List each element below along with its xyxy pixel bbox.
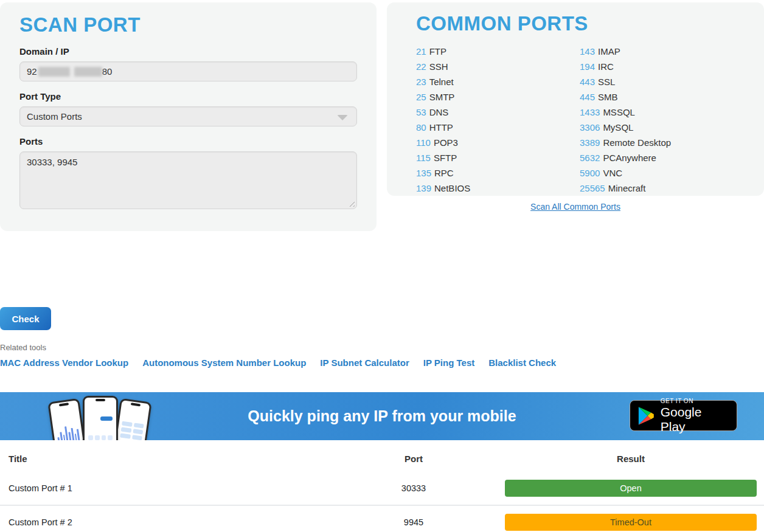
common-port-item[interactable]: 25SMTP — [416, 89, 580, 105]
port-name: VNC — [603, 168, 622, 178]
status-badge-timed-out: Timed-Out — [505, 514, 757, 531]
port-name: POP3 — [434, 137, 458, 148]
port-type-select[interactable]: Custom Ports — [19, 106, 357, 126]
common-ports-column-2: 143IMAP 194IRC 443SSL 445SMB 1433MSSQL 3… — [580, 44, 671, 196]
google-play-badge[interactable]: GET IT ON Google Play — [630, 400, 737, 431]
common-port-item[interactable]: 53DNS — [416, 105, 580, 120]
common-port-item[interactable]: 445SMB — [580, 89, 671, 105]
port-number-link[interactable]: 23 — [416, 77, 426, 87]
row-port: 30333 — [341, 475, 487, 501]
mobile-app-banner: Quickly ping any IP from your mobile GET… — [0, 392, 764, 440]
google-play-triangle-icon — [637, 406, 655, 426]
port-name: MySQL — [603, 122, 633, 133]
port-number-link[interactable]: 21 — [416, 46, 426, 57]
port-number-link[interactable]: 5900 — [580, 168, 600, 178]
port-name: PCAnywhere — [603, 153, 656, 163]
port-name: SFTP — [434, 153, 457, 163]
port-number-link[interactable]: 25 — [416, 92, 426, 102]
port-number-link[interactable]: 80 — [416, 122, 426, 133]
row-title: Custom Port # 2 — [0, 510, 341, 532]
header-result: Result — [487, 446, 764, 472]
port-number-link[interactable]: 3389 — [580, 137, 600, 148]
google-play-text: GET IT ON Google Play — [661, 398, 729, 434]
status-badge-open: Open — [505, 480, 757, 497]
header-title: Title — [0, 446, 341, 472]
port-number-link[interactable]: 53 — [416, 107, 426, 117]
row-title: Custom Port # 1 — [0, 475, 341, 501]
phone-mockup-icon — [112, 398, 151, 440]
common-port-item[interactable]: 194IRC — [580, 59, 671, 74]
results-table-header: Title Port Result — [0, 446, 764, 472]
common-port-item[interactable]: 21FTP — [416, 44, 580, 59]
common-port-item[interactable]: 135RPC — [416, 165, 580, 181]
port-number-link[interactable]: 5632 — [580, 153, 600, 163]
port-name: IRC — [598, 61, 614, 72]
resize-handle-icon[interactable] — [347, 199, 355, 207]
chevron-down-icon — [337, 115, 348, 120]
link-mac-address-vendor-lookup[interactable]: MAC Address Vendor Lookup — [0, 358, 128, 368]
port-number-link[interactable]: 1433 — [580, 107, 600, 117]
port-number-link[interactable]: 25565 — [580, 183, 605, 193]
port-number-link[interactable]: 135 — [416, 168, 431, 178]
port-name: SMTP — [429, 92, 455, 102]
port-type-label: Port Type — [19, 91, 357, 102]
google-play-label: Google Play — [661, 405, 729, 434]
scan-all-common-ports-link[interactable]: Scan All Common Ports — [530, 202, 620, 212]
common-ports-panel: COMMON PORTS 21FTP 22SSH 23Telnet 25SMTP… — [387, 2, 764, 196]
common-port-item[interactable]: 3306MySQL — [580, 120, 671, 135]
common-port-item[interactable]: 25565Minecraft — [580, 181, 671, 196]
domain-ip-input[interactable]: 9280 — [19, 61, 357, 81]
port-number-link[interactable]: 194 — [580, 61, 595, 72]
common-port-item[interactable]: 5900VNC — [580, 165, 671, 181]
results-table: Title Port Result Custom Port # 1 30333 … — [0, 446, 764, 532]
port-name: Remote Desktop — [603, 137, 671, 148]
port-name: FTP — [429, 46, 446, 57]
common-port-item[interactable]: 139NetBIOS — [416, 181, 580, 196]
common-port-item[interactable]: 23Telnet — [416, 74, 580, 89]
port-number-link[interactable]: 445 — [580, 92, 595, 102]
port-number-link[interactable]: 115 — [416, 153, 431, 163]
ports-value: 30333, 9945 — [27, 157, 77, 167]
domain-ip-value-prefix: 92 — [27, 66, 37, 77]
link-ip-ping-test[interactable]: IP Ping Test — [423, 358, 474, 368]
common-ports-title: COMMON PORTS — [416, 12, 745, 35]
link-ip-subnet-calculator[interactable]: IP Subnet Calculator — [320, 358, 409, 368]
common-port-item[interactable]: 110POP3 — [416, 135, 580, 150]
port-name: SMB — [598, 92, 618, 102]
table-row: Custom Port # 1 30333 Open — [0, 472, 764, 505]
common-port-item[interactable]: 443SSL — [580, 74, 671, 89]
phone-mockup-icon — [83, 396, 118, 440]
related-tools-links: MAC Address Vendor Lookup Autonomous Sys… — [0, 358, 556, 368]
port-name: Minecraft — [608, 183, 646, 193]
common-port-item[interactable]: 80HTTP — [416, 120, 580, 135]
related-tools-label: Related tools — [0, 343, 46, 352]
port-name: IMAP — [598, 46, 620, 57]
link-blacklist-check[interactable]: Blacklist Check — [488, 358, 556, 368]
port-name: Telnet — [429, 77, 454, 87]
port-name: NetBIOS — [434, 183, 470, 193]
header-port: Port — [341, 446, 487, 472]
port-type-selected-value: Custom Ports — [27, 111, 82, 122]
port-number-link[interactable]: 443 — [580, 77, 595, 87]
redacted-ip-segment — [74, 67, 102, 77]
check-button[interactable]: Check — [0, 307, 51, 330]
common-port-item[interactable]: 115SFTP — [416, 150, 580, 165]
phone-mockup-icon — [47, 398, 87, 440]
common-port-item[interactable]: 5632PCAnywhere — [580, 150, 671, 165]
port-number-link[interactable]: 110 — [416, 137, 431, 148]
port-name: RPC — [434, 168, 454, 178]
common-port-item[interactable]: 22SSH — [416, 59, 580, 74]
common-port-item[interactable]: 3389Remote Desktop — [580, 135, 671, 150]
ports-label: Ports — [19, 136, 357, 147]
port-number-link[interactable]: 139 — [416, 183, 431, 193]
scan-all-row: Scan All Common Ports — [387, 201, 764, 212]
port-number-link[interactable]: 143 — [580, 46, 595, 57]
port-number-link[interactable]: 22 — [416, 61, 426, 72]
port-number-link[interactable]: 3306 — [580, 122, 600, 133]
common-ports-column-1: 21FTP 22SSH 23Telnet 25SMTP 53DNS 80HTTP… — [416, 44, 580, 196]
common-port-item[interactable]: 143IMAP — [580, 44, 671, 59]
common-port-item[interactable]: 1433MSSQL — [580, 105, 671, 120]
ports-textarea[interactable]: 30333, 9945 — [19, 151, 357, 209]
table-row: Custom Port # 2 9945 Timed-Out — [0, 505, 764, 532]
link-asn-lookup[interactable]: Autonomous System Number Lookup — [142, 358, 306, 368]
